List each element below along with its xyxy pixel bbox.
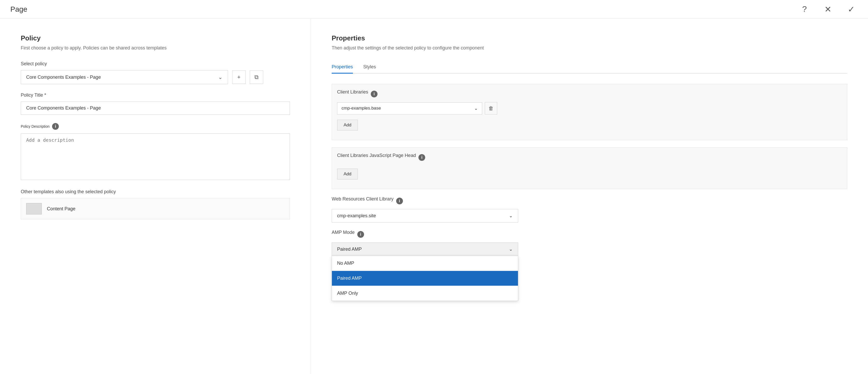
client-libraries-label: Client Libraries xyxy=(337,89,368,95)
client-libraries-section: Client Libraries i cmp-examples.base ⌄ 🗑… xyxy=(332,84,847,140)
add-policy-button[interactable]: + xyxy=(232,70,246,84)
page-title: Page xyxy=(10,5,27,13)
policy-section-desc: First choose a policy to apply. Policies… xyxy=(21,45,290,51)
copy-icon: ⧉ xyxy=(254,74,258,81)
policy-dropdown-chevron-icon: ⌄ xyxy=(218,74,223,80)
delete-client-lib-button[interactable]: 🗑 xyxy=(485,102,497,115)
policy-desc-info-icon: i xyxy=(52,123,59,130)
client-libraries-js-section: Client Libraries JavaScript Page Head i … xyxy=(332,147,847,189)
properties-section-title: Properties xyxy=(332,34,847,42)
help-button[interactable]: ? xyxy=(798,3,811,16)
amp-option-no-amp[interactable]: No AMP xyxy=(332,256,518,271)
header: Page ? ✕ ✓ xyxy=(0,0,868,19)
tab-styles[interactable]: Styles xyxy=(363,61,376,73)
client-lib-dropdown[interactable]: cmp-examples.base ⌄ xyxy=(337,102,482,115)
add-client-lib-button[interactable]: Add xyxy=(337,120,358,130)
template-item: Content Page xyxy=(21,198,290,219)
policy-dropdown-value: Core Components Examples - Page xyxy=(26,74,101,80)
policy-desc-label-row: Policy Description i xyxy=(21,123,290,130)
close-icon: ✕ xyxy=(825,4,832,14)
amp-mode-label: AMP Mode xyxy=(332,230,355,235)
client-libraries-info-icon: i xyxy=(371,91,377,97)
plus-icon: + xyxy=(237,74,241,81)
web-resources-info-icon: i xyxy=(396,198,403,205)
amp-option-paired-amp[interactable]: Paired AMP xyxy=(332,271,518,286)
policy-title-input[interactable] xyxy=(21,101,290,115)
tab-properties[interactable]: Properties xyxy=(332,61,353,73)
client-libraries-js-header: Client Libraries JavaScript Page Head i xyxy=(337,153,842,162)
web-resources-dropdown[interactable]: cmp-examples.site ⌄ xyxy=(332,209,518,222)
web-resources-header: Web Resources Client Library i xyxy=(332,196,847,206)
amp-mode-dropdown[interactable]: Paired AMP ⌄ xyxy=(332,243,518,256)
trash-icon: 🗑 xyxy=(488,105,494,112)
page-container: Page ? ✕ ✓ Policy First choose a policy … xyxy=(0,0,868,374)
header-actions: ? ✕ ✓ xyxy=(798,3,858,16)
template-icon xyxy=(26,203,42,214)
amp-mode-container: Paired AMP ⌄ No AMP Paired AMP AMP Only xyxy=(332,243,847,256)
client-libraries-js-label: Client Libraries JavaScript Page Head xyxy=(337,153,416,158)
policy-desc-label: Policy Description xyxy=(21,124,50,128)
web-resources-value: cmp-examples.site xyxy=(337,213,376,219)
policy-desc-textarea[interactable] xyxy=(21,133,290,180)
amp-dropdown: No AMP Paired AMP AMP Only xyxy=(332,256,518,301)
policy-dropdown[interactable]: Core Components Examples - Page ⌄ xyxy=(21,70,228,84)
amp-option-amp-only[interactable]: AMP Only xyxy=(332,286,518,301)
help-icon: ? xyxy=(802,4,807,14)
client-libraries-header: Client Libraries i xyxy=(337,89,842,98)
client-lib-value: cmp-examples.base xyxy=(341,106,381,111)
amp-mode-value: Paired AMP xyxy=(337,247,362,252)
right-panel: Properties Then adjust the settings of t… xyxy=(311,19,868,374)
select-policy-label: Select policy xyxy=(21,61,290,67)
template-name: Content Page xyxy=(47,206,75,212)
amp-mode-header: AMP Mode i xyxy=(332,230,847,239)
amp-mode-chevron-icon: ⌄ xyxy=(509,246,513,252)
web-resources-chevron-icon: ⌄ xyxy=(509,213,513,219)
other-templates-label: Other templates also using the selected … xyxy=(21,189,290,194)
properties-section-desc: Then adjust the settings of the selected… xyxy=(332,45,847,51)
copy-policy-button[interactable]: ⧉ xyxy=(250,70,263,84)
amp-mode-info-icon: i xyxy=(357,231,364,238)
web-resources-label: Web Resources Client Library xyxy=(332,196,394,202)
left-panel: Policy First choose a policy to apply. P… xyxy=(0,19,311,374)
client-lib-row: cmp-examples.base ⌄ 🗑 xyxy=(337,102,842,115)
select-policy-row: Core Components Examples - Page ⌄ + ⧉ xyxy=(21,70,290,84)
main-content: Policy First choose a policy to apply. P… xyxy=(0,19,868,374)
client-libraries-js-info-icon: i xyxy=(418,154,425,161)
policy-title-label: Policy Title * xyxy=(21,92,290,98)
tabs-row: Properties Styles xyxy=(332,61,847,73)
client-lib-chevron-icon: ⌄ xyxy=(474,106,478,111)
confirm-button[interactable]: ✓ xyxy=(845,3,858,16)
add-client-lib-js-button[interactable]: Add xyxy=(337,168,358,180)
policy-section-title: Policy xyxy=(21,34,290,42)
close-button[interactable]: ✕ xyxy=(822,3,834,16)
check-icon: ✓ xyxy=(848,4,855,14)
